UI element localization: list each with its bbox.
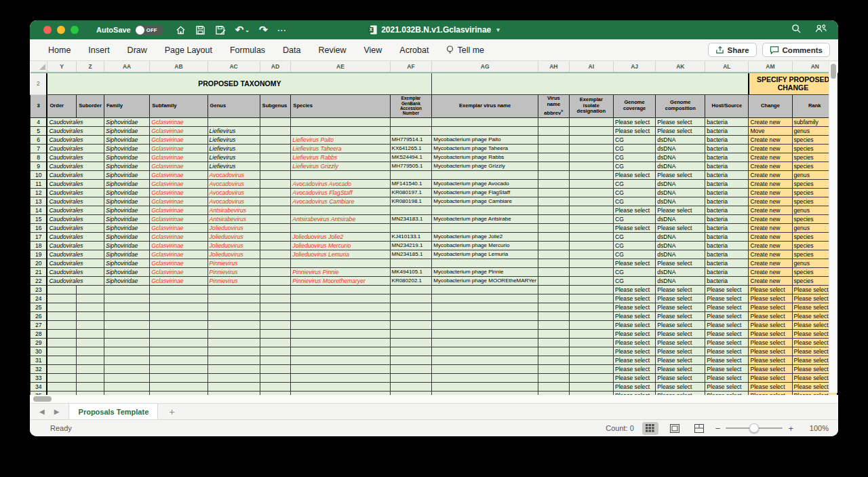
cell-order[interactable] [47,285,76,294]
cell-accession[interactable] [390,126,432,135]
cell-accession[interactable] [390,294,432,303]
cell-genus[interactable]: Pinnievirus [208,276,260,285]
cell-virus_name[interactable] [432,223,538,232]
cell-family[interactable]: Siphoviridae [104,276,149,285]
cell-host[interactable]: Please select [705,285,749,294]
cell-virus_name[interactable]: Mycobacterium phage FlagStaff [432,188,538,197]
cell-coverage[interactable]: CG [613,144,655,153]
cell-accession[interactable]: KR080202.1 [390,276,432,285]
cell-subfamily[interactable]: Gclasvirinae [150,153,208,161]
row-header-33[interactable]: 33 [31,373,47,382]
cell-subfamily[interactable] [150,364,208,373]
ribbon-tab-home[interactable]: Home [39,45,79,55]
cell-virus_name[interactable]: Mycobacterium phage MOOREtheMARYer [432,276,538,285]
cell-host[interactable]: bacteria [705,197,749,206]
cell-genus[interactable] [208,356,260,364]
cell-family[interactable]: Siphoviridae [104,126,149,135]
ribbon-tab-view[interactable]: View [355,45,391,55]
row-header-34[interactable]: 34 [31,382,47,391]
cell-composition[interactable]: Please select [656,223,705,232]
cell-change[interactable]: Please select [749,320,792,329]
column-header-AJ[interactable]: AJ [613,61,655,73]
cell-species[interactable] [291,223,390,232]
cell-coverage[interactable]: Please select [613,320,655,329]
cell-host[interactable]: Please select [705,311,749,320]
cell-family[interactable]: Siphoviridae [104,241,149,250]
cell-species[interactable] [291,117,390,126]
cell-order[interactable]: Caudovirales [47,232,104,241]
row-header-14[interactable]: 14 [31,206,47,214]
cell-host[interactable]: bacteria [705,144,749,153]
cell-coverage[interactable]: CG [613,232,655,241]
cell-order[interactable]: Caudovirales [47,179,104,188]
ribbon-tab-data[interactable]: Data [274,45,309,55]
cell-change[interactable]: Create new [749,223,792,232]
cell-order[interactable] [47,311,76,320]
autosave-control[interactable]: AutoSave OFF [96,25,163,35]
cell-change[interactable]: Create new [749,259,792,267]
cell-species[interactable]: Avocadovirus Cambiare [291,197,390,206]
row-header-23[interactable]: 23 [31,285,47,294]
cell-family[interactable]: Siphoviridae [104,135,149,144]
cell-genus[interactable] [208,329,260,338]
cell-genus[interactable]: Liefievirus [208,144,260,153]
row-header-24[interactable]: 24 [31,294,47,303]
cell-subfamily[interactable] [150,347,208,356]
cell-accession[interactable]: MN234183.1 [390,214,432,223]
cell-order[interactable]: Caudovirales [47,117,104,126]
cell-subfamily[interactable] [150,311,208,320]
cell-isolate[interactable] [569,126,613,135]
cell-family[interactable]: Siphoviridae [104,197,149,206]
ribbon-tab-acrobat[interactable]: Acrobat [391,45,437,55]
select-all-corner[interactable] [31,61,47,73]
cell-subfamily[interactable] [150,373,208,382]
cell-genus[interactable] [208,338,260,347]
cell-species[interactable] [291,373,390,382]
cell-family[interactable]: Siphoviridae [104,206,149,214]
cell-subgenus[interactable] [260,373,291,382]
cell-coverage[interactable]: Please select [613,356,655,364]
cell-coverage[interactable]: Please select [613,223,655,232]
cell-abbrev[interactable] [538,311,569,320]
cell-subfamily[interactable]: Gclasvirinae [150,276,208,285]
vertical-scrollbar[interactable] [829,62,837,393]
cell-accession[interactable]: MH779505.1 [390,161,432,170]
row-header-18[interactable]: 18 [31,241,47,250]
cell-genus[interactable]: Avocadovirus [208,179,260,188]
cell-virus_name[interactable]: Mycobacterium phage Cambiare [432,197,538,206]
cell-abbrev[interactable] [538,285,569,294]
cell-abbrev[interactable] [538,153,569,161]
cell-change[interactable]: Please select [749,347,792,356]
cell-host[interactable]: bacteria [705,276,749,285]
cell-composition[interactable]: dsDNA [656,161,705,170]
cell-subfamily[interactable]: Gclasvirinae [150,144,208,153]
cell-composition[interactable]: Please select [656,206,705,214]
cell-composition[interactable]: dsDNA [656,267,705,276]
cell-coverage[interactable]: CG [613,276,655,285]
column-header-AD[interactable]: AD [260,61,291,73]
cell-composition[interactable]: dsDNA [656,135,705,144]
cell-subfamily[interactable] [150,338,208,347]
cell-coverage[interactable]: CG [613,161,655,170]
column-header-AA[interactable]: AA [104,61,149,73]
cell-virus_name[interactable] [432,126,538,135]
cell-order[interactable]: Caudovirales [47,259,104,267]
cell-family[interactable]: Siphoviridae [104,188,149,197]
add-sheet-button[interactable]: + [158,404,185,419]
cell-subgenus[interactable] [260,267,291,276]
cell-abbrev[interactable] [538,259,569,267]
page-break-view-button[interactable] [691,422,707,435]
cell-family[interactable]: Siphoviridae [104,250,149,259]
tell-me-button[interactable]: Tell me [437,45,493,55]
cell-isolate[interactable] [569,206,613,214]
row-header-30[interactable]: 30 [31,347,47,356]
cell-accession[interactable] [390,259,432,267]
cell-species[interactable]: Liefievirus Taheera [291,144,390,153]
cell-abbrev[interactable] [538,214,569,223]
cell-virus_name[interactable] [432,356,538,364]
cell-subfamily[interactable]: Gclasvirinae [150,126,208,135]
cell-family[interactable] [104,373,149,382]
row-header-12[interactable]: 12 [31,188,47,197]
cell-subfamily[interactable]: Gclasvirinae [150,170,208,179]
cell-family[interactable]: Siphoviridae [104,223,149,232]
